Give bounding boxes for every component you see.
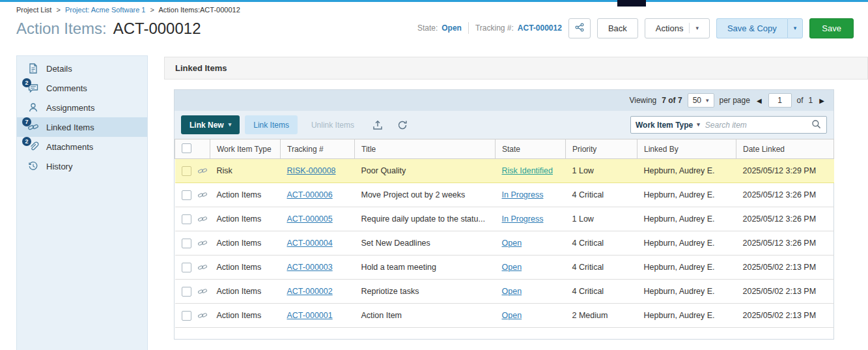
- tracking-link[interactable]: ACT-000003: [287, 263, 333, 272]
- table-row[interactable]: Action ItemsACT-000001Action ItemOpen2 M…: [175, 304, 834, 328]
- column-header-work-item-type[interactable]: Work Item Type: [210, 139, 281, 159]
- tracking-link[interactable]: ACT-000005: [287, 214, 333, 224]
- link-icon: [197, 214, 208, 224]
- page-number-input[interactable]: [768, 93, 792, 108]
- history-icon: [27, 160, 39, 172]
- cell-work-item-type: Action Items: [210, 255, 281, 280]
- state-link[interactable]: Risk Identified: [502, 166, 553, 175]
- column-header-tracking[interactable]: Tracking #: [281, 139, 355, 159]
- table-row[interactable]: Action ItemsACT-000003Hold a team meetin…: [175, 255, 834, 280]
- cell-state: Risk Identified: [496, 159, 566, 183]
- search-input[interactable]: [705, 121, 805, 130]
- state-link[interactable]: Open: [502, 263, 522, 272]
- sidebar-item-details[interactable]: Details: [17, 59, 147, 78]
- unlink-items-button: Unlink Items: [303, 115, 363, 134]
- table-row[interactable]: Action ItemsACT-000004Set New DeadlinesO…: [175, 231, 834, 255]
- row-checkbox[interactable]: [182, 239, 191, 248]
- table-row[interactable]: Action ItemsACT-000002Repriotize tasksOp…: [175, 280, 834, 304]
- tracking-link[interactable]: ACT-000004: [287, 239, 333, 248]
- table-row[interactable]: Action ItemsACT-000005Require daily upda…: [175, 207, 834, 231]
- viewing-count: 7 of 7: [662, 96, 682, 105]
- sidebar-item-linked-items[interactable]: 7 Linked Items: [17, 117, 147, 137]
- sidebar-item-label: Comments: [46, 83, 87, 93]
- state-link[interactable]: Open: [502, 287, 522, 296]
- row-checkbox[interactable]: [182, 190, 191, 200]
- divider: [689, 23, 690, 33]
- cell-date-linked: 2025/05/02 2:13 PM: [736, 304, 834, 328]
- cell-state: In Progress: [496, 183, 566, 207]
- breadcrumb-project-link[interactable]: Project: Acme Software 1: [65, 6, 146, 14]
- comments-icon: 2: [27, 82, 39, 94]
- prev-page-icon[interactable]: ◀: [755, 97, 763, 104]
- column-header-title[interactable]: Title: [355, 139, 496, 159]
- next-page-icon[interactable]: ▶: [818, 97, 826, 104]
- sidebar-item-assignments[interactable]: Assignments: [17, 98, 147, 117]
- row-checkbox[interactable]: [182, 311, 191, 321]
- breadcrumb: Project List > Project: Acme Software 1 …: [16, 6, 240, 14]
- search-icon[interactable]: [811, 119, 822, 132]
- row-checkbox[interactable]: [182, 263, 191, 272]
- save-button[interactable]: Save: [809, 18, 854, 38]
- save-copy-dropdown-button[interactable]: ▾: [787, 18, 804, 38]
- cell-date-linked: 2025/05/02 2:13 PM: [736, 255, 834, 280]
- actions-button[interactable]: Actions ▾: [645, 18, 710, 38]
- refresh-icon[interactable]: [393, 115, 412, 134]
- state-link[interactable]: In Progress: [502, 190, 544, 199]
- column-header-linked-by[interactable]: Linked By: [637, 139, 736, 159]
- link-icon: 7: [27, 121, 39, 133]
- tracking-link[interactable]: ACT-000001: [287, 311, 333, 320]
- state-link[interactable]: Open: [502, 239, 522, 248]
- cell-work-item-type: Action Items: [210, 231, 281, 255]
- top-accent-bar: [0, 0, 868, 2]
- column-header-priority[interactable]: Priority: [566, 139, 637, 159]
- column-header-state[interactable]: State: [496, 139, 566, 159]
- sidebar-item-label: Attachments: [46, 142, 93, 152]
- save-copy-button[interactable]: Save & Copy: [716, 18, 787, 38]
- tracking-value-link[interactable]: ACT-000012: [518, 23, 562, 33]
- link-icon: [197, 166, 208, 176]
- link-new-button[interactable]: Link New ▾: [181, 115, 240, 134]
- sidebar-item-attachments[interactable]: 2 Attachments: [17, 137, 147, 156]
- state-link[interactable]: Open: [502, 311, 522, 320]
- share-button[interactable]: [568, 18, 591, 38]
- page-title-id: ACT-000012: [113, 20, 201, 37]
- cell-title: Move Project out by 2 weeks: [355, 183, 496, 207]
- link-icon: [197, 190, 208, 200]
- cell-title: Require daily update to the statu...: [355, 207, 496, 231]
- tracking-link[interactable]: ACT-000002: [287, 287, 333, 296]
- export-icon[interactable]: [368, 115, 387, 134]
- select-all-checkbox[interactable]: [182, 143, 191, 153]
- cell-linked-by: Hepburn, Audrey E.: [637, 183, 736, 207]
- chevron-down-icon: ▾: [794, 25, 797, 31]
- tracking-link[interactable]: RISK-000008: [287, 166, 336, 175]
- cell-state: Open: [496, 280, 566, 304]
- per-page-label: per page: [720, 96, 750, 105]
- linked-items-table: Work Item Type Tracking # Title State Pr…: [175, 139, 834, 328]
- page-size-select[interactable]: 50 ▾: [688, 93, 714, 108]
- breadcrumb-separator: >: [150, 6, 154, 14]
- save-copy-split-button: Save & Copy ▾: [716, 18, 803, 38]
- actions-button-label: Actions: [656, 23, 684, 33]
- sidebar-item-comments[interactable]: 2 Comments: [17, 78, 147, 98]
- sidebar: Details 2 Comments Assignments 7 Linked …: [16, 55, 148, 350]
- page-size-value: 50: [693, 96, 701, 105]
- table-row[interactable]: Action ItemsACT-000006Move Project out b…: [175, 183, 834, 207]
- cell-tracking: ACT-000005: [281, 207, 355, 231]
- cell-tracking: ACT-000001: [281, 304, 355, 328]
- link-items-button[interactable]: Link Items: [245, 115, 298, 134]
- column-header-date-linked[interactable]: Date Linked: [736, 139, 834, 159]
- row-checkbox[interactable]: [182, 166, 191, 176]
- tracking-link[interactable]: ACT-000006: [287, 190, 333, 199]
- work-item-type-filter[interactable]: Work Item Type ▾: [636, 121, 700, 130]
- sidebar-item-history[interactable]: History: [17, 156, 147, 176]
- row-checkbox[interactable]: [182, 214, 191, 224]
- breadcrumb-project-list[interactable]: Project List: [16, 6, 51, 14]
- back-button[interactable]: Back: [597, 18, 638, 38]
- state-link[interactable]: In Progress: [502, 214, 544, 224]
- page-title-prefix: Action Items:: [16, 20, 107, 37]
- state-label: State:: [417, 23, 438, 33]
- row-checkbox[interactable]: [182, 287, 191, 297]
- table-row[interactable]: RiskRISK-000008Poor QualityRisk Identifi…: [175, 159, 834, 183]
- state-value-link[interactable]: Open: [441, 23, 462, 33]
- cell-priority: 1 Low: [566, 159, 637, 183]
